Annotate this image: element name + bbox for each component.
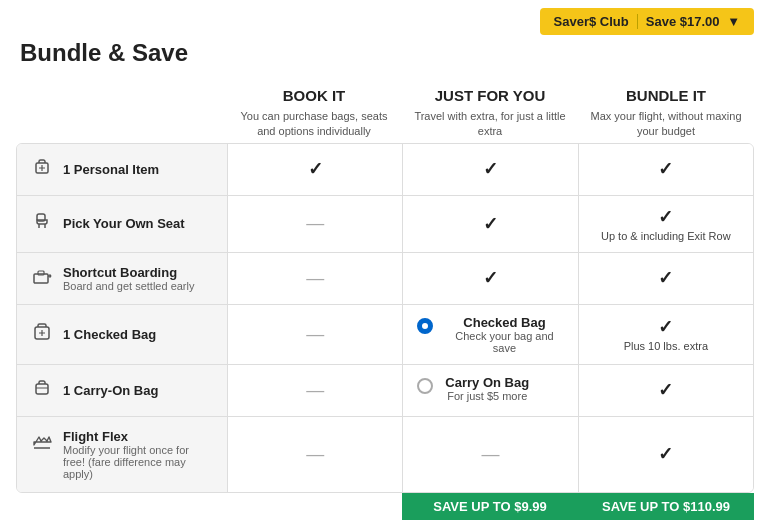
personal-item-icon [31,156,53,183]
flight-flex-bundle-it: ✓ [578,417,753,492]
table-body: 1 Personal Item ✓ ✓ ✓ Pick Your Own Se [16,143,754,493]
savings-bundle-it: SAVE UP TO $110.99 [578,493,754,520]
row-flight-flex-label: Flight Flex Modify your flight once for … [17,417,227,492]
col-header-just-for-you: JUST FOR YOU Travel with extra, for just… [402,79,578,143]
flight-flex-icon [31,431,53,458]
save-amount-label: Save $17.00 ▼ [637,14,740,29]
carryon-bundle-it: ✓ [578,365,753,417]
comparison-table: BOOK IT You can purchase bags, seats and… [0,79,770,527]
savings-just-for-you: SAVE UP TO $9.99 [402,493,578,520]
col-header-book-it: BOOK IT You can purchase bags, seats and… [226,79,402,143]
savings-row: SAVE UP TO $9.99 SAVE UP TO $110.99 [16,493,754,520]
carryon-just-for-you[interactable]: Carry On Bag For just $5 more [402,365,577,417]
checked-bag-book-it: — [227,305,402,365]
checked-bag-just-for-you[interactable]: Checked Bag Check your bag and save [402,305,577,365]
column-headers: BOOK IT You can purchase bags, seats and… [16,79,754,143]
savers-club-button[interactable]: Saver$ Club Save $17.00 ▼ [540,8,754,35]
top-bar: Saver$ Club Save $17.00 ▼ [0,0,770,39]
pick-seat-just-for-you: ✓ [402,196,577,253]
checked-bag-bundle-it: ✓ Plus 10 lbs. extra [578,305,753,365]
row-personal-item-label: 1 Personal Item [17,144,227,196]
flight-flex-book-it: — [227,417,402,492]
checked-bag-radio[interactable] [417,318,433,334]
shortcut-just-for-you: ✓ [402,253,577,305]
seat-icon [31,210,53,237]
row-shortcut-boarding-label: Shortcut Boarding Board and get settled … [17,253,227,305]
row-carryon-bag-label: 1 Carry-On Bag [17,365,227,417]
flight-flex-just-for-you: — [402,417,577,492]
svg-rect-14 [36,384,48,394]
personal-item-bundle-it: ✓ [578,144,753,196]
personal-item-just-for-you: ✓ [402,144,577,196]
page-title: Bundle & Save [0,39,770,79]
savings-book-it [226,493,402,520]
savers-club-label: Saver$ Club [554,14,629,29]
col-header-empty [16,79,226,143]
checked-bag-icon [31,321,53,348]
carryon-bag-icon [31,377,53,404]
price-row: Included $57.00 per person, per way or f… [16,520,754,527]
pick-seat-book-it: — [227,196,402,253]
personal-item-book-it: ✓ [227,144,402,196]
shortcut-bundle-it: ✓ [578,253,753,305]
shortcut-book-it: — [227,253,402,305]
col-header-bundle-it: BUNDLE IT Max your flight, without maxin… [578,79,754,143]
pick-seat-bundle-it: ✓ Up to & including Exit Row [578,196,753,253]
boarding-icon [31,265,53,292]
carryon-radio[interactable] [417,378,433,394]
row-pick-seat-label: Pick Your Own Seat [17,196,227,253]
carryon-book-it: — [227,365,402,417]
row-checked-bag-label: 1 Checked Bag [17,305,227,365]
svg-line-10 [50,276,52,278]
